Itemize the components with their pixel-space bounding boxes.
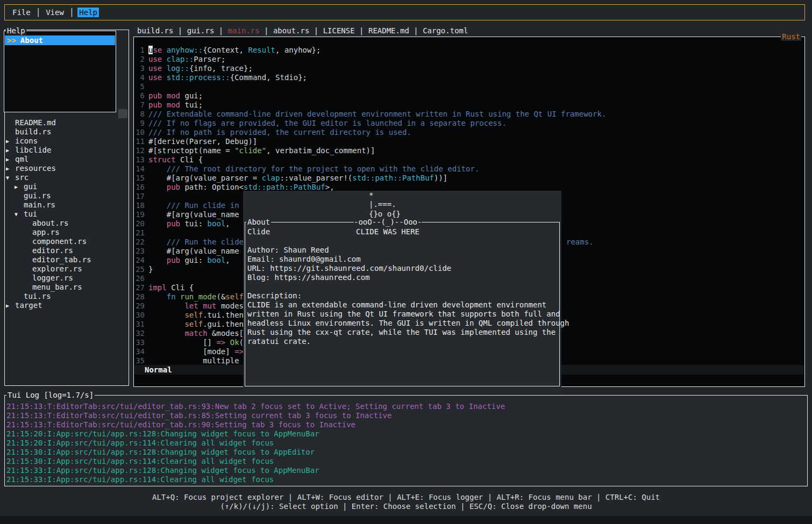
tree-item-tui[interactable]: ▼tui (5, 210, 128, 219)
code-line[interactable]: 13struct Cli { (134, 155, 804, 164)
tree-item-about-rs[interactable]: about.rs (5, 219, 128, 228)
tree-item-label: qml (15, 155, 29, 163)
code-line[interactable]: 3use log::{info, trace}; (134, 64, 804, 73)
folder-expand-icon[interactable]: ▶ (6, 137, 15, 146)
tree-item-label: editor_tab.rs (32, 255, 91, 264)
code-token: [] (148, 338, 216, 347)
code-token: /// If no flags are provided, the GUI ed… (148, 119, 507, 127)
code-token: multiple (148, 356, 244, 365)
code-token: path: Option< (180, 183, 244, 191)
tab-about-rs[interactable]: about.rs (273, 26, 309, 35)
folder-collapse-icon[interactable]: ▼ (6, 173, 15, 182)
explorer-scrollbar-thumb[interactable] (118, 109, 127, 118)
folder-expand-icon[interactable]: ▶ (6, 146, 15, 155)
clide-tui-screen: File│View│Help README.mdbuild.rs▶icons▶l… (0, 0, 812, 524)
tree-item-component-rs[interactable]: component.rs (5, 237, 128, 246)
line-number: 29 (134, 302, 145, 311)
code-line[interactable]: 7pub mod tui; (134, 101, 804, 110)
tab-LICENSE[interactable]: LICENSE (323, 26, 355, 35)
code-line-text: self.tui.then( (148, 311, 248, 319)
code-line[interactable]: 15 #[arg(value_parser = clap::value_pars… (134, 174, 804, 183)
tree-item-target[interactable]: ▶target (5, 301, 128, 310)
tree-item-build-rs[interactable]: build.rs (5, 127, 128, 137)
code-token (162, 46, 166, 54)
code-line[interactable]: 2use clap::Parser; (134, 55, 804, 64)
code-token: Result (248, 46, 275, 54)
tree-item-explorer-rs[interactable]: explorer.rs (5, 264, 128, 274)
line-number: 11 (134, 137, 145, 146)
tab-gui-rs[interactable]: gui.rs (187, 26, 215, 35)
tree-item-editor-rs[interactable]: editor.rs (5, 246, 128, 255)
tree-item-editor_tab-rs[interactable]: editor_tab.rs (5, 255, 128, 264)
folder-expand-icon[interactable]: ▶ (15, 182, 24, 191)
tab-build-rs[interactable]: build.rs (137, 26, 173, 35)
code-token: , (225, 219, 230, 228)
tree-item-gui-rs[interactable]: gui.rs (5, 191, 128, 200)
tab-main-rs[interactable]: main.rs (228, 26, 260, 35)
menu-item-view[interactable]: View (44, 8, 66, 17)
tree-item-menu_bar-rs[interactable]: menu_bar.rs (5, 283, 128, 292)
tree-item-label: libclide (15, 146, 51, 154)
code-line[interactable]: 4use std::process::{Command, Stdio}; (134, 73, 804, 82)
code-line[interactable]: 14 /// The root directory for the projec… (134, 164, 804, 174)
code-token (148, 292, 167, 301)
code-token: self (184, 311, 203, 319)
code-line[interactable]: 9/// If no flags are provided, the GUI e… (134, 119, 804, 128)
code-line[interactable]: 1use anyhow::{Context, Result, anyhow}; (134, 46, 804, 55)
line-number: 31 (134, 320, 145, 329)
tree-item-libclide[interactable]: ▶libclide (5, 146, 128, 155)
code-line[interactable]: 6pub mod gui; (134, 91, 804, 101)
code-token: use (148, 73, 162, 82)
vim-mode-indicator: Normal (145, 365, 172, 374)
code-token: .tui.then( (203, 311, 248, 319)
tree-item-logger-rs[interactable]: logger.rs (5, 274, 128, 283)
about-description-line: CLIDE is an extendable command-line driv… (247, 300, 558, 310)
tree-item-README-md[interactable]: README.md (5, 118, 128, 127)
code-token: use (148, 55, 162, 63)
about-description-line: written in Rust using the Qt UI framewor… (247, 310, 558, 319)
about-field: Email: shaunrd0@gmail.com (247, 255, 558, 264)
tree-item-app-rs[interactable]: app.rs (5, 228, 128, 237)
code-line[interactable]: 11#[derive(Parser, Debug)] (134, 137, 804, 146)
folder-collapse-icon[interactable]: ▼ (15, 210, 24, 219)
code-token (148, 256, 167, 264)
code-line-text: pub mod tui; (148, 101, 203, 109)
tree-item-tui-rs[interactable]: tui.rs (5, 292, 128, 301)
code-line-text: use log::{info, trace}; (148, 64, 253, 73)
menu-item-file[interactable]: File (11, 8, 32, 17)
code-line-text: pub tui: bool, (148, 219, 230, 228)
tree-item-resources[interactable]: ▶resources (5, 164, 128, 173)
tab-README-md[interactable]: README.md (368, 26, 409, 35)
line-number: 21 (134, 228, 145, 238)
tab-Cargo-toml[interactable]: Cargo.toml (423, 26, 468, 35)
log-entry: 21:15:13:T:EditorTab:src/tui/editor_tab.… (6, 411, 806, 420)
tab-separator: | (173, 26, 187, 35)
code-token: log:: (167, 64, 189, 73)
code-line[interactable]: 10/// If no path is provided, the curren… (134, 128, 804, 137)
code-token: ::value_parser!( (280, 174, 352, 182)
code-line[interactable]: 5 (134, 82, 804, 91)
tree-item-gui[interactable]: ▶gui (5, 182, 128, 191)
code-token (148, 183, 167, 191)
tree-item-src[interactable]: ▼src (5, 173, 128, 182)
code-line[interactable]: 8/// Extendable command-line driven deve… (134, 110, 804, 119)
tree-item-label: about.rs (32, 219, 68, 227)
tree-item-icons[interactable]: ▶icons (5, 137, 128, 146)
menu-item-help[interactable]: Help (77, 8, 99, 17)
line-number: 30 (134, 311, 145, 320)
tree-item-qml[interactable]: ▶qml (5, 155, 128, 164)
code-line[interactable]: 12#[structopt(name = "clide", verbatim_d… (134, 146, 804, 155)
code-token (162, 64, 166, 73)
code-token (225, 338, 230, 347)
tree-item-label: component.rs (32, 237, 87, 246)
tree-item-main-rs[interactable]: main.rs (5, 200, 128, 210)
line-number: 3 (134, 64, 145, 73)
folder-expand-icon[interactable]: ▶ (6, 155, 15, 164)
log-entry: 21:15:13:T:EditorTab:src/tui/editor_tab.… (6, 402, 806, 411)
folder-expand-icon[interactable]: ▶ (6, 301, 15, 310)
code-token: fn (167, 292, 176, 301)
code-token: std::process:: (167, 73, 230, 82)
dropdown-item-about[interactable]: >> About (5, 35, 115, 45)
log-entry: 21:15:20:I:App:src/tui/app.rs:128:Changi… (6, 429, 806, 439)
folder-expand-icon[interactable]: ▶ (6, 164, 15, 173)
